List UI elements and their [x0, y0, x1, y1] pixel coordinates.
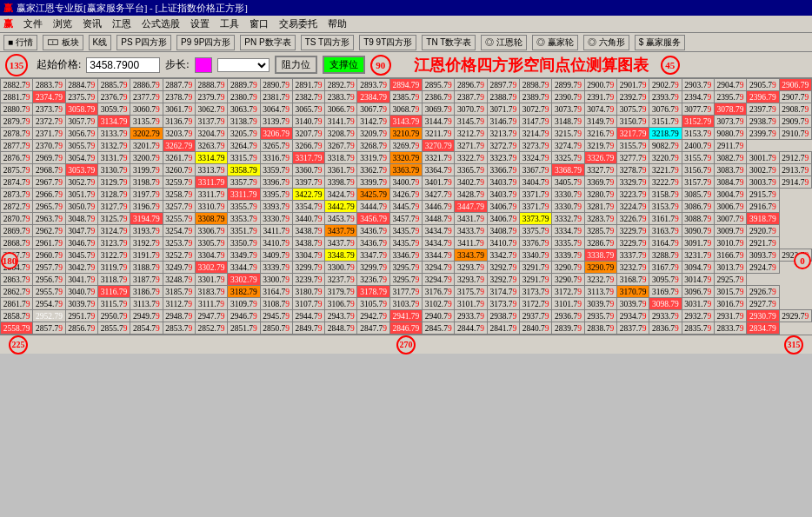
cell: 3073.79: [714, 116, 746, 128]
cell: 2889.79: [228, 79, 260, 91]
cell: 3107.79: [292, 298, 324, 310]
circle-45: 45: [661, 56, 680, 75]
cell: 3007.79: [714, 213, 746, 225]
cell: 3006.79: [714, 201, 746, 213]
menu-help[interactable]: 帮助: [328, 17, 347, 30]
cell: 3138.79: [228, 116, 260, 128]
cell: 2373.79: [33, 103, 65, 116]
btn-9t4[interactable]: T9 9T四方形: [359, 35, 416, 50]
cell: 3040.79: [65, 286, 97, 298]
cell: 3118.79: [97, 274, 130, 286]
menu-window[interactable]: 窗口: [250, 17, 269, 30]
cell: 2386.79: [423, 91, 455, 103]
cell: 3182.79: [228, 286, 260, 298]
menu-tools[interactable]: 工具: [220, 17, 239, 30]
cell: 3295.79: [389, 262, 422, 274]
cell: 3272.79: [487, 140, 519, 152]
cell: 3347.79: [357, 249, 389, 262]
cell: 2400.79: [682, 140, 714, 152]
cell: 3257.79: [163, 201, 195, 213]
cell: 3123.79: [97, 237, 130, 249]
cell: 3076.79: [649, 103, 682, 116]
cell: 3255.79: [163, 213, 195, 225]
table-row: 2881.79 2374.79 2375.79 2376.79 2377.79 …: [1, 91, 812, 103]
start-price-input[interactable]: [86, 57, 160, 73]
cell: 2875.79: [1, 164, 33, 176]
cell: 3321.79: [423, 152, 455, 164]
cell: 3222.79: [649, 176, 682, 189]
menu-formula[interactable]: 公式选股: [142, 17, 180, 30]
cell: 2839.79: [552, 322, 584, 335]
menu-settings[interactable]: 设置: [190, 17, 210, 30]
cell: 3156.79: [682, 164, 714, 176]
menu-file[interactable]: 文件: [23, 17, 43, 30]
cell: 3323.79: [487, 152, 519, 164]
cell: 2933.79: [455, 310, 487, 322]
btn-yj[interactable]: $ 赢家服务: [635, 35, 685, 50]
cell: 3191.79: [130, 249, 163, 262]
cell: 3274.79: [552, 140, 584, 152]
cell: 2853.79: [163, 322, 195, 335]
cell: 3403.79: [487, 176, 519, 189]
cell: 2921.79: [747, 237, 779, 249]
btn-pnum[interactable]: PN P数字表: [240, 35, 295, 50]
cell: 2950.79: [97, 310, 130, 322]
cell: 2375.79: [65, 91, 97, 103]
cell: 3084.79: [714, 176, 746, 189]
cell: 3427.79: [423, 189, 455, 201]
cell: 3285.79: [584, 225, 616, 237]
table-row: 2882.79 2883.79 2884.79 2885.79 2886.79 …: [1, 79, 812, 91]
cell: 2836.79: [649, 322, 682, 335]
menu-win[interactable]: 赢: [3, 17, 13, 30]
btn-6jx[interactable]: ◎ 六角形: [583, 35, 629, 50]
btn-hq[interactable]: ■ 行情: [3, 35, 37, 50]
table-row: 2880.79 2373.79 3058.79 3059.79 3060.79 …: [1, 103, 812, 116]
menu-trade[interactable]: 交易委托: [279, 17, 317, 30]
cell: 3146.79: [487, 116, 519, 128]
cell: 3268.79: [357, 140, 389, 152]
step-input[interactable]: [195, 57, 212, 73]
cell: 2949.79: [130, 310, 163, 322]
menu-jiangen[interactable]: 江恩: [112, 17, 131, 30]
cell: 3199.79: [130, 164, 163, 176]
btn-jeln[interactable]: ◎ 江恩轮: [481, 35, 527, 50]
cell: 3366.79: [487, 164, 519, 176]
cell: 3204.79: [195, 128, 227, 140]
cell: 3402.79: [455, 176, 487, 189]
btn-p4[interactable]: PS P四方形: [116, 35, 171, 50]
menu-zixun[interactable]: 资讯: [83, 17, 102, 30]
cell: 3364.79: [423, 164, 455, 176]
cell: 2904.79: [714, 79, 746, 91]
cell: 3304.79: [292, 249, 324, 262]
btn-yjl[interactable]: ◎ 赢家轮: [532, 35, 578, 50]
table-row: 2872.79 2965.79 3050.79 3127.79 3196.79 …: [1, 201, 812, 213]
zhicheng-button[interactable]: 支撑位: [323, 56, 365, 74]
cell: 3440.79: [292, 213, 324, 225]
cell: 2849.79: [292, 322, 324, 335]
cell: 3456.79: [357, 213, 389, 225]
btn-tn[interactable]: TN T数字表: [422, 35, 476, 50]
zuli-button[interactable]: 阻力位: [275, 56, 317, 74]
menu-browse[interactable]: 浏览: [53, 17, 72, 30]
cell: 2899.79: [552, 79, 584, 91]
step-select[interactable]: [217, 58, 270, 72]
cell: 3054.79: [65, 152, 97, 164]
cell: 3175.79: [455, 286, 487, 298]
cell: 3291.79: [520, 262, 552, 274]
cell: 3330.79: [260, 213, 292, 225]
label-0: 0: [794, 252, 811, 269]
cell: 2942.79: [357, 310, 389, 322]
cell: 3273.79: [520, 140, 552, 152]
btn-bk[interactable]: 🀱 板块: [43, 35, 83, 50]
btn-kx[interactable]: K线: [89, 35, 112, 50]
cell: 3259.79: [163, 176, 195, 189]
cell: 3248.79: [163, 274, 195, 286]
cell: 2382.79: [292, 91, 324, 103]
cell: 2943.79: [325, 310, 357, 322]
cell: 2377.79: [130, 91, 163, 103]
cell: 3320.79: [389, 152, 422, 164]
btn-9p4[interactable]: P9 9P四方形: [176, 35, 235, 50]
btn-t4[interactable]: TS T四方形: [301, 35, 354, 50]
cell: 3428.79: [455, 189, 487, 201]
cell: 3135.79: [130, 116, 163, 128]
